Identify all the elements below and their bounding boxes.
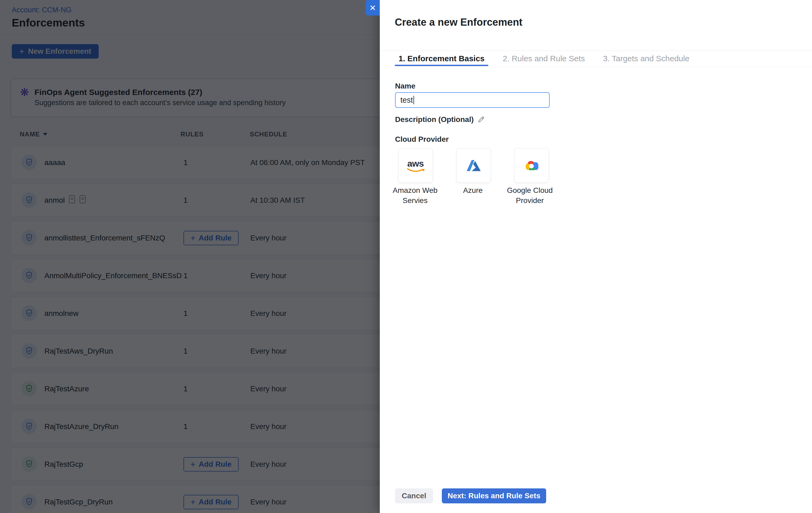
name-input-value: test [400,96,413,105]
provider-card-gcp[interactable] [514,148,549,183]
provider-card-aws[interactable]: aws [398,148,433,183]
tabs-bottom-hairline [380,66,812,67]
provider-label-azure: Azure [443,186,502,196]
aws-logo-icon: aws [407,159,425,172]
description-label: Description (Optional) [395,115,485,124]
tab-enforcement-basics[interactable]: 1. Enforcement Basics [395,51,488,66]
close-icon: ✕ [369,3,376,12]
close-drawer-button[interactable]: ✕ [366,0,380,16]
azure-logo-icon [466,158,482,173]
tab-rules-and-rule-sets[interactable]: 2. Rules and Rule Sets [499,51,589,66]
cloud-provider-label: Cloud Provider [395,135,449,144]
wizard-tabs: 1. Enforcement Basics 2. Rules and Rule … [395,51,693,66]
name-input[interactable]: test [395,92,550,108]
drawer-title: Create a new Enforcement [395,17,522,28]
gcp-logo-icon [523,159,540,172]
provider-card-azure[interactable] [456,148,491,183]
pencil-icon [477,116,485,123]
create-enforcement-drawer: ✕ Create a new Enforcement 1. Enforcemen… [380,0,812,513]
edit-description-button[interactable] [477,116,485,123]
next-button[interactable]: Next: Rules and Rule Sets [442,488,546,503]
name-label: Name [395,82,415,90]
cloud-provider-cards: aws [398,148,549,183]
description-label-text: Description (Optional) [395,115,474,124]
tab-targets-and-schedule[interactable]: 3. Targets and Schedule [599,51,693,66]
provider-label-gcp: Google Cloud Provider [500,186,559,206]
provider-label-aws: Amazon Web Servies [386,186,444,206]
text-cursor [413,96,414,104]
cancel-button[interactable]: Cancel [395,488,433,503]
